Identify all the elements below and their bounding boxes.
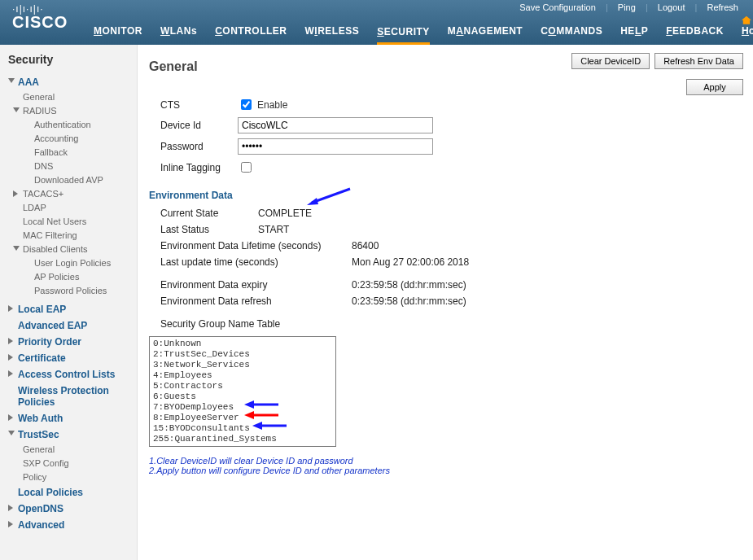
chevron-down-icon (13, 246, 20, 251)
last-update-label: Last update time (seconds) (160, 256, 327, 268)
nav-management[interactable]: MANAGEMENT (448, 25, 523, 40)
sidebar-item-aaa-general[interactable]: General (23, 90, 137, 104)
sidebar-item-advanced[interactable]: Advanced (0, 517, 137, 533)
sidebar-item-appolicies[interactable]: AP Policies (23, 270, 137, 284)
last-status-value: START (258, 224, 289, 235)
nav-wlans[interactable]: WLANs (160, 25, 197, 40)
sidebar-item-pwdpolicies[interactable]: Password Policies (23, 284, 137, 298)
lifetime-label: Environment Data Lifetime (seconds) (160, 240, 327, 252)
current-state-value: COMPLETE (258, 208, 312, 219)
chevron-right-icon (8, 505, 13, 511)
device-id-label: Device Id (160, 120, 238, 131)
sg-table-label: Security Group Name Table (160, 318, 327, 330)
sidebar-item-radius-auth[interactable]: Authentication (23, 118, 137, 132)
password-label: Password (160, 141, 238, 152)
env-data-header: Environment Data (149, 190, 742, 201)
sg-row[interactable]: 6:Guests (153, 392, 332, 402)
sidebar-item-acl[interactable]: Access Control Lists (0, 366, 137, 383)
chevron-down-icon (8, 431, 15, 435)
sidebar-item-ts-policy[interactable]: Policy (23, 470, 137, 484)
sidebar-item-webauth[interactable]: Web Auth (0, 410, 137, 427)
cisco-logo: ·ı|ı·ı|ı· CISCO (12, 5, 68, 32)
footnotes: 1.Clear DeviceID will clear Device ID an… (149, 456, 742, 475)
last-update-value: Mon Aug 27 02:00:06 2018 (352, 256, 469, 268)
sidebar-item-aaa[interactable]: AAA (0, 74, 137, 90)
apply-button[interactable]: Apply (686, 79, 743, 95)
sg-row[interactable]: 3:Network_Services (153, 360, 332, 370)
footnote-1: 1.Clear DeviceID will clear Device ID an… (149, 456, 742, 466)
cts-enable-text: Enable (257, 99, 287, 111)
sidebar-item-tacacs[interactable]: TACACS+ (23, 187, 137, 201)
chevron-right-icon (13, 190, 18, 197)
nav-commands[interactable]: COMMANDS (541, 25, 602, 40)
sg-row[interactable]: 0:Unknown (153, 339, 332, 349)
sidebar-item-localpol[interactable]: Local Policies (0, 484, 137, 501)
sidebar-item-userlogin[interactable]: User Login Policies (23, 256, 137, 270)
sidebar-title: Security (8, 53, 129, 66)
nav-wireless[interactable]: WIRELESS (304, 25, 359, 40)
sg-row[interactable]: 7:BYODemployees (153, 402, 332, 413)
sidebar: Security AAA General RADIUS Authenticati… (0, 45, 138, 560)
sidebar-item-adveap[interactable]: Advanced EAP (0, 317, 137, 334)
refresh-env-button[interactable]: Refresh Env Data (654, 53, 743, 69)
sidebar-item-macfilter[interactable]: MAC Filtering (23, 229, 137, 243)
main-content: Clear DeviceID Refresh Env Data Apply Ge… (138, 45, 753, 560)
password-input[interactable] (238, 138, 433, 155)
chevron-down-icon (8, 78, 15, 83)
main-nav: MONITOR WLANs CONTROLLER WIRELESS SECURI… (94, 14, 745, 40)
logout-link[interactable]: Logout (651, 2, 692, 12)
env-refresh-label: Environment Data refresh (160, 295, 327, 307)
sidebar-item-radius-avp[interactable]: Downloaded AVP (23, 173, 137, 187)
save-config-link[interactable]: Save Configuration (513, 2, 602, 12)
current-state-label: Current State (160, 208, 258, 219)
sidebar-item-radius[interactable]: RADIUS (23, 104, 137, 118)
sg-row[interactable]: 2:TrustSec_Devices (153, 349, 332, 360)
nav-feedback[interactable]: FEEDBACK (666, 25, 724, 40)
security-group-table[interactable]: 0:Unknown2:TrustSec_Devices3:Network_Ser… (149, 336, 336, 447)
device-id-input[interactable] (238, 117, 433, 133)
chevron-right-icon (8, 521, 13, 527)
sg-row[interactable]: 255:Quarantined_Systems (153, 434, 332, 444)
chevron-down-icon (13, 107, 20, 112)
sg-row[interactable]: 15:BYODconsultants (153, 423, 332, 434)
chevron-right-icon (8, 370, 13, 377)
sidebar-item-disabled[interactable]: Disabled Clients (23, 243, 137, 256)
sidebar-item-radius-acct[interactable]: Accounting (23, 132, 137, 146)
clear-deviceid-button[interactable]: Clear DeviceID (571, 53, 650, 69)
sidebar-item-opendns[interactable]: OpenDNS (0, 501, 137, 517)
nav-monitor[interactable]: MONITOR (94, 25, 142, 40)
chevron-right-icon (8, 414, 13, 421)
expiry-value: 0:23:59:58 (dd:hr:mm:sec) (352, 279, 466, 291)
expiry-label: Environment Data expiry (160, 279, 327, 291)
sidebar-item-ts-sxp[interactable]: SXP Config (23, 457, 137, 470)
nav-home[interactable]: Home (742, 14, 753, 40)
env-refresh-value: 0:23:59:58 (dd:hr:mm:sec) (352, 295, 466, 307)
sg-row[interactable]: 5:Contractors (153, 381, 332, 392)
sidebar-item-wpp[interactable]: Wireless Protection Policies (0, 383, 137, 410)
chevron-right-icon (8, 354, 13, 361)
sidebar-item-radius-dns[interactable]: DNS (23, 160, 137, 173)
sidebar-item-ts-general[interactable]: General (23, 443, 137, 457)
nav-security[interactable]: SECURITY (377, 26, 430, 45)
last-status-label: Last Status (160, 224, 258, 235)
sidebar-item-priority[interactable]: Priority Order (0, 334, 137, 350)
sidebar-item-trustsec[interactable]: TrustSec (0, 427, 137, 443)
sidebar-item-localnet[interactable]: Local Net Users (23, 215, 137, 229)
sidebar-item-localeap[interactable]: Local EAP (0, 301, 137, 317)
ping-link[interactable]: Ping (611, 2, 642, 12)
home-icon (742, 16, 751, 24)
nav-help[interactable]: HELP (620, 25, 648, 40)
cts-enable-checkbox[interactable] (241, 99, 252, 110)
refresh-link[interactable]: Refresh (700, 2, 745, 12)
sidebar-item-radius-fallback[interactable]: Fallback (23, 146, 137, 160)
nav-controller[interactable]: CONTROLLER (215, 25, 287, 40)
sidebar-item-ldap[interactable]: LDAP (23, 201, 137, 215)
top-utility-links: Save Configuration | Ping | Logout | Ref… (513, 2, 745, 12)
sg-row[interactable]: 8:EmployeeServer (153, 413, 332, 423)
footnote-2: 2.Apply button will configure Device ID … (149, 466, 742, 475)
inline-tagging-checkbox[interactable] (241, 162, 252, 173)
sg-row[interactable]: 4:Employees (153, 370, 332, 381)
app-header: ·ı|ı·ı|ı· CISCO Save Configuration | Pin… (0, 0, 753, 45)
sidebar-item-cert[interactable]: Certificate (0, 350, 137, 366)
lifetime-value: 86400 (352, 240, 379, 252)
